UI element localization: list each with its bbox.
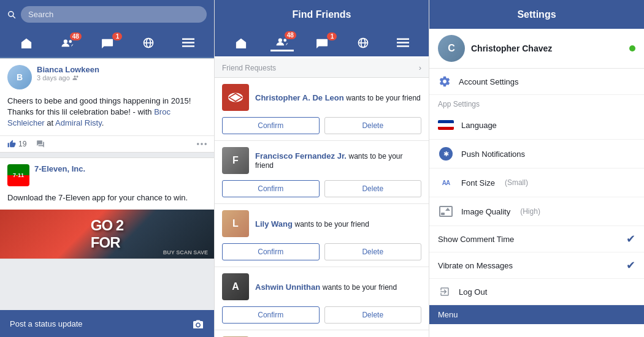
post-image: GO 2FOR BUY SCAN SAVE	[0, 210, 214, 259]
mid-nav-home[interactable]	[229, 35, 253, 51]
friend-request-item: F Francisco Fernandez Jr. wants to be yo…	[215, 141, 429, 204]
mid-nav-friends[interactable]: 48	[270, 34, 294, 51]
show-comment-time-check: ✔	[626, 232, 635, 246]
friend-name: Lily Wang	[255, 219, 293, 229]
friend-info: L Lily Wang wants to be your friend	[215, 204, 429, 241]
status-bar[interactable]: Post a status update	[0, 310, 214, 337]
font-size-icon: AA	[438, 175, 454, 191]
mid-friends-badge: 48	[285, 31, 296, 39]
news-feed: B Bianca Lowkeen 3 days ago Cheers to be…	[0, 58, 214, 310]
mid-nav-messages[interactable]: 1	[311, 35, 334, 51]
svg-point-10	[197, 143, 199, 145]
delete-button[interactable]: Delete	[324, 117, 422, 134]
friend-actions: Confirm Delete	[215, 241, 429, 267]
confirm-button[interactable]: Confirm	[222, 117, 320, 134]
post-body: Download the 7-Eleven app for your chanc…	[0, 190, 214, 210]
online-indicator	[629, 45, 635, 51]
font-size-item[interactable]: AA Font Size (Small)	[429, 168, 644, 197]
mid-nav-menu[interactable]	[392, 35, 414, 51]
left-nav-bar: 48 1	[0, 29, 214, 58]
mid-nav-globe[interactable]	[352, 34, 374, 51]
friend-actions: Confirm Delete	[215, 115, 429, 140]
mid-messages-badge: 1	[327, 32, 337, 40]
right-panel: Settings C Christopher Chavez Account Se…	[429, 0, 644, 337]
menu-label: Menu	[438, 310, 458, 319]
svg-point-12	[204, 143, 207, 145]
confirm-button[interactable]: Confirm	[222, 180, 320, 197]
search-input[interactable]	[21, 6, 207, 23]
post-body: Cheers to bebe and good things happening…	[0, 93, 214, 135]
image-quality-label: Image Quality	[461, 207, 510, 216]
friend-request-item: L Lily Wang wants to be your friend Conf…	[215, 204, 429, 267]
friend-details: Francisco Fernandez Jr. wants to be your…	[255, 151, 421, 170]
nav-globe[interactable]	[137, 34, 159, 51]
nav-home[interactable]	[15, 35, 38, 51]
camera-icon[interactable]	[192, 319, 204, 328]
profile-row[interactable]: C Christopher Chavez	[429, 29, 644, 69]
post-header: B Bianca Lowkeen 3 days ago	[0, 59, 214, 93]
mid-title: Find Friends	[293, 9, 351, 20]
app-settings-label: App Settings	[429, 95, 644, 111]
logout-row[interactable]: Log Out	[429, 279, 644, 305]
post-link-admiral[interactable]: Admiral Risty	[55, 118, 102, 127]
friend-action: wants to be your friend	[346, 94, 420, 102]
friend-request-item: Christopher A. De Leon wants to be your …	[215, 78, 429, 141]
nav-messages[interactable]: 1	[96, 35, 120, 51]
account-settings-item[interactable]: Account Settings	[429, 69, 644, 95]
svg-point-3	[69, 40, 72, 43]
svg-point-15	[283, 39, 286, 42]
post-actions: 19	[0, 135, 214, 152]
friend-info: Christopher A. De Leon wants to be your …	[215, 78, 429, 115]
vibrate-messages-label: Vibrate on Messages	[438, 261, 513, 270]
friend-info: F Francisco Fernandez Jr. wants to be yo…	[215, 141, 429, 178]
account-settings-label: Account Settings	[459, 77, 519, 86]
nav-menu[interactable]	[177, 35, 199, 51]
language-item[interactable]: Language	[429, 111, 644, 140]
svg-rect-9	[182, 45, 194, 47]
menu-bar: Menu	[429, 305, 644, 324]
svg-rect-20	[397, 42, 409, 44]
search-bar	[0, 0, 214, 29]
delete-button[interactable]: Delete	[324, 180, 422, 197]
friend-action: wants to be your friend	[323, 283, 397, 292]
font-size-label: Font Size	[461, 178, 495, 187]
vibrate-messages-toggle[interactable]: Vibrate on Messages ✔	[429, 252, 644, 279]
more-button[interactable]	[197, 143, 207, 145]
push-notifications-icon: ✱	[438, 146, 454, 162]
avatar: 7-11	[7, 164, 29, 186]
friend-details: Ashwin Unnithan wants to be your friend	[255, 282, 397, 292]
friend-name: Francisco Fernandez Jr.	[255, 151, 347, 161]
svg-point-0	[9, 11, 13, 16]
friend-name: Ashwin Unnithan	[255, 282, 320, 292]
language-icon	[438, 117, 454, 133]
confirm-button[interactable]: Confirm	[222, 306, 320, 324]
image-quality-value: (High)	[520, 207, 540, 216]
push-notifications-item[interactable]: ✱ Push Notifications	[429, 140, 644, 168]
svg-point-11	[201, 143, 203, 145]
svg-point-2	[64, 40, 67, 44]
svg-rect-8	[182, 42, 194, 44]
post-author: Bianca Lowkeen	[37, 65, 99, 74]
confirm-button[interactable]: Confirm	[222, 243, 320, 260]
friend-actions: Confirm Delete	[215, 304, 429, 330]
comment-button[interactable]	[36, 140, 45, 148]
logout-label: Log Out	[459, 287, 487, 297]
show-comment-time-toggle[interactable]: Show Comment Time ✔	[429, 226, 644, 252]
friend-name: Christopher A. De Leon	[255, 93, 344, 102]
nav-friends[interactable]: 48	[56, 35, 79, 51]
right-title-bar: Settings	[429, 0, 644, 29]
delete-button[interactable]: Delete	[324, 306, 422, 324]
friend-action: wants to be your friend	[295, 220, 369, 229]
friend-requests-header[interactable]: Friend Requests ›	[215, 58, 429, 78]
svg-point-13	[197, 324, 200, 327]
like-button[interactable]: 19	[7, 140, 26, 148]
friend-request-item: A Ashwin Unnithan wants to be your frien…	[215, 267, 429, 330]
delete-button[interactable]: Delete	[324, 243, 422, 260]
image-quality-item[interactable]: Image Quality (High)	[429, 197, 644, 226]
like-count: 19	[18, 140, 26, 148]
avatar	[222, 84, 249, 111]
left-panel: 48 1 B Bianca Lowkeen 3 days ago	[0, 0, 215, 337]
svg-point-14	[278, 39, 282, 42]
friend-details: Christopher A. De Leon wants to be your …	[255, 93, 421, 102]
gear-icon	[438, 75, 451, 88]
